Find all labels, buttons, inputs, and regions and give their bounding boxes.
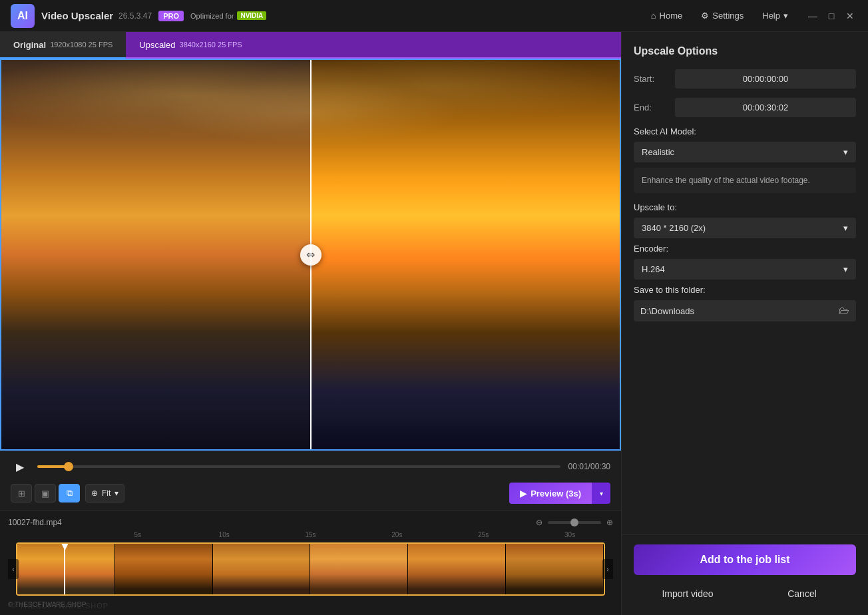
time-display: 00:01/00:30 [568,462,610,471]
view-mode-single[interactable]: ▣ [35,484,56,503]
timeline-header: 10027-fhd.mp4 ⊖ ⊕ [0,515,621,530]
add-to-job-list-button[interactable]: Add to the job list [634,544,856,575]
compare-tabs: Original 1920x1080 25 FPS Upscaled 3840x… [0,32,621,59]
home-icon: ⌂ [651,11,656,21]
upscaled-tab-label: Upscaled [139,40,175,50]
play-button[interactable]: ▶ [11,457,29,476]
frame-thumb-5 [408,544,506,594]
ai-model-select[interactable]: Realistic ▾ [634,142,856,162]
ruler-tick-15s: 15s [268,531,354,538]
frame-thumb-3 [213,544,311,594]
view-mode-group: ⊞ ▣ ⧉ [11,484,80,503]
upscaled-tab-meta: 3840x2160 25 FPS [180,41,242,49]
video-controls: ▶ 00:01/00:30 ⊞ ▣ ⧉ ⊕ Fit ▾ [0,451,621,511]
help-chevron-icon: ▾ [783,11,788,21]
ruler-tick-20s: 20s [353,531,440,538]
video-panel: Original 1920x1080 25 FPS Upscaled 3840x… [0,32,622,615]
preview-chevron-icon: ▾ [600,490,603,497]
options-title: Upscale Options [634,45,856,57]
settings-button[interactable]: ⚙ Settings [694,7,750,24]
folder-section-label: Save to this folder: [634,285,856,295]
app-version: 26.5.3.47 [118,11,152,21]
video-container: ⇔ [0,59,621,451]
view-mode-split[interactable]: ⧉ [59,484,80,503]
zoom-dropdown[interactable]: ⊕ Fit ▾ [85,484,124,503]
timeline-track[interactable] [16,542,605,596]
ai-model-chevron-icon: ▾ [843,147,848,157]
upscale-value: 3840 * 2160 (2x) [642,223,706,233]
app-logo: AI [11,4,35,28]
secondary-buttons: Import video Cancel [634,582,856,606]
ruler-tick-10s: 10s [181,531,268,538]
compare-handle[interactable]: ⇔ [300,244,322,266]
import-video-button[interactable]: Import video [634,582,742,606]
ruler-tick-30s: 30s [527,531,613,538]
original-tab-label: Original [13,40,46,50]
pro-badge: PRO [158,11,184,21]
timeline-filename: 10027-fhd.mp4 [8,518,62,527]
folder-browse-icon[interactable]: 🗁 [839,305,849,317]
frame-thumb-4 [310,544,408,594]
timeline-playhead [64,544,65,594]
app-name: Video Upscaler [41,10,113,21]
nav-bar: ⌂ Home ⚙ Settings Help ▾ [644,7,795,24]
bottom-watermark: © THESOFTWARE.SHOP [11,602,108,610]
end-input[interactable] [675,98,856,117]
timeline-ruler: 5s 10s 15s 20s 25s 30s [0,530,621,540]
preview-play-icon: ▶ [520,489,527,499]
upscale-chevron-icon: ▾ [843,223,848,233]
seek-thumb [64,462,73,471]
tab-upscaled[interactable]: Upscaled 3840x2160 25 FPS [126,32,621,59]
zoom-chevron-icon: ▾ [114,489,118,498]
preview-button[interactable]: ▶ Preview (3s) [509,483,592,504]
maximize-button[interactable]: □ [824,9,839,23]
frame-thumb-6 [506,544,604,594]
video-bg: ⇔ [1,60,620,449]
zoom-search-icon: ⊕ [91,489,98,498]
zoom-value: Fit [102,489,110,498]
zoom-in-icon[interactable]: ⊕ [606,518,613,527]
ai-model-description: Enhance the quality of the actual video … [634,168,856,193]
encoder-value: H.264 [642,264,665,274]
home-button[interactable]: ⌂ Home [644,7,690,24]
zoom-out-icon[interactable]: ⊖ [536,518,542,527]
minimize-button[interactable]: — [805,9,820,23]
original-tab-meta: 1920x1080 25 FPS [50,41,112,49]
controls-row: ⊞ ▣ ⧉ ⊕ Fit ▾ ▶ Preview (3s) ▾ [11,483,610,504]
view-mode-sidebyside[interactable]: ⊞ [11,484,32,503]
timeline-scroll-right[interactable]: › [602,559,613,579]
main-layout: Original 1920x1080 25 FPS Upscaled 3840x… [0,32,868,615]
help-button[interactable]: Help ▾ [756,7,795,24]
ruler-tick-25s: 25s [440,531,527,538]
tab-original[interactable]: Original 1920x1080 25 FPS [0,32,126,59]
end-label: End: [634,102,667,112]
encoder-select[interactable]: H.264 ▾ [634,259,856,280]
window-controls: — □ ✕ [805,9,857,23]
nvidia-info: Optimized for NVIDIA [190,11,266,20]
upscale-select[interactable]: 3840 * 2160 (2x) ▾ [634,218,856,238]
folder-path: D:\Downloads [640,306,833,316]
cancel-button[interactable]: Cancel [748,582,856,606]
ai-model-section-label: Select AI Model: [634,126,856,136]
start-label: Start: [634,74,667,84]
preview-dropdown-arrow[interactable]: ▾ [592,483,610,504]
start-input[interactable] [675,69,856,89]
options-content: Upscale Options Start: End: Select AI Mo… [622,32,868,534]
ruler-tick-5s: 5s [95,531,181,538]
folder-input-row: D:\Downloads 🗁 [634,300,856,321]
seek-bar[interactable] [37,465,560,468]
preview-button-group: ▶ Preview (3s) ▾ [509,483,610,504]
upscale-section-label: Upscale to: [634,202,856,212]
action-buttons: Add to the job list Import video Cancel [622,534,868,615]
timeline-zoom-slider[interactable] [548,521,601,524]
timeline-zoom-controls: ⊖ ⊕ [536,518,613,527]
settings-icon: ⚙ [701,11,709,21]
encoder-chevron-icon: ▾ [843,264,848,274]
timeline-frames [17,544,604,594]
playback-row: ▶ 00:01/00:30 [11,457,610,476]
start-row: Start: [634,69,856,89]
close-button[interactable]: ✕ [843,9,857,23]
timeline-section: 10027-fhd.mp4 ⊖ ⊕ 5s 10s 15s 20s 25s 30s [0,511,621,615]
timeline-scroll-left[interactable]: ‹ [8,559,19,579]
zoom-slider-thumb [570,518,578,526]
